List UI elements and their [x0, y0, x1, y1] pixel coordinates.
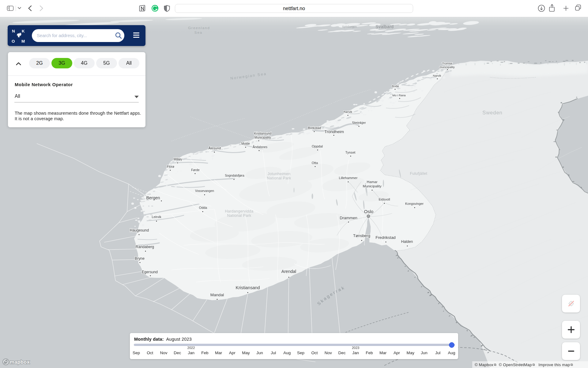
svg-text:Egersund: Egersund — [142, 270, 158, 274]
svg-text:Trondheim: Trondheim — [324, 129, 344, 134]
svg-text:Oppdal: Oppdal — [312, 144, 323, 148]
svg-text:Municipality: Municipality — [254, 136, 271, 139]
svg-text:Ålesund: Ålesund — [209, 146, 221, 150]
svg-text:Steinkjer: Steinkjer — [352, 121, 366, 125]
svg-text:Fredrikstad: Fredrikstad — [375, 235, 396, 240]
svg-text:Mandal: Mandal — [210, 293, 224, 297]
svg-text:Drammen: Drammen — [340, 216, 357, 220]
svg-text:Lillehammer: Lillehammer — [339, 176, 358, 180]
svg-text:Otta: Otta — [312, 161, 318, 165]
svg-text:Rørvik: Rørvik — [344, 110, 352, 113]
svg-text:Arendal: Arendal — [281, 269, 296, 274]
svg-text:Hamar: Hamar — [367, 180, 377, 184]
svg-text:Sweden: Sweden — [482, 110, 503, 115]
svg-text:Spitsbergen: Spitsbergen — [342, 25, 357, 28]
svg-text:Odda: Odda — [199, 206, 207, 209]
svg-text:Sea: Sea — [194, 31, 202, 34]
svg-text:Tynset: Tynset — [345, 151, 356, 154]
svg-text:N: N — [12, 29, 15, 33]
svg-text:Kristiansand: Kristiansand — [236, 285, 260, 290]
svg-text:Mo i Rana: Mo i Rana — [392, 94, 406, 97]
svg-text:Jotunheimen: Jotunheimen — [268, 172, 291, 176]
svg-text:Sogndalsfjøra: Sogndalsfjøra — [225, 174, 244, 177]
svg-text:Svalbard: Svalbard — [375, 24, 394, 29]
svg-text:Åndalsnes: Åndalsnes — [253, 145, 267, 149]
svg-text:Førde: Førde — [191, 168, 200, 172]
svg-text:Kongsvinger: Kongsvinger — [405, 202, 424, 205]
svg-text:Narvik: Narvik — [433, 74, 441, 77]
svg-text:O: O — [12, 39, 15, 43]
svg-text:Brekstad: Brekstad — [308, 126, 321, 130]
svg-text:Eidsvoll: Eidsvoll — [379, 197, 390, 201]
svg-text:Måløy: Måløy — [174, 158, 183, 161]
svg-text:K: K — [22, 29, 25, 33]
svg-text:Fulufjället: Fulufjället — [410, 171, 428, 176]
svg-text:M: M — [21, 39, 25, 43]
svg-text:Greenland: Greenland — [188, 26, 210, 30]
svg-text:National Park: National Park — [267, 176, 291, 180]
svg-text:Municipality: Municipality — [363, 184, 381, 188]
svg-text:Randaberg: Randaberg — [136, 245, 154, 249]
svg-text:Hardangervidda: Hardangervidda — [225, 209, 253, 213]
svg-text:Oslo: Oslo — [364, 209, 373, 214]
svg-text:Halden: Halden — [401, 240, 413, 244]
svg-text:Tromsø: Tromsø — [442, 62, 452, 65]
svg-text:municipality: municipality — [439, 65, 455, 69]
svg-text:Tønsberg: Tønsberg — [353, 233, 370, 238]
svg-text:Florø: Florø — [167, 165, 175, 168]
svg-text:National Park: National Park — [227, 213, 251, 218]
svg-text:mapbox: mapbox — [10, 359, 30, 365]
svg-text:Leirvik: Leirvik — [152, 215, 161, 219]
svg-text:Kristiansund: Kristiansund — [254, 132, 272, 135]
svg-text:Bryne: Bryne — [135, 256, 145, 261]
svg-text:Molde: Molde — [241, 142, 250, 145]
svg-text:Bergen: Bergen — [146, 195, 160, 200]
svg-text:Vossevangen: Vossevangen — [195, 189, 214, 193]
svg-text:Haugesund: Haugesund — [130, 228, 149, 232]
svg-text:Bodø: Bodø — [392, 84, 399, 88]
